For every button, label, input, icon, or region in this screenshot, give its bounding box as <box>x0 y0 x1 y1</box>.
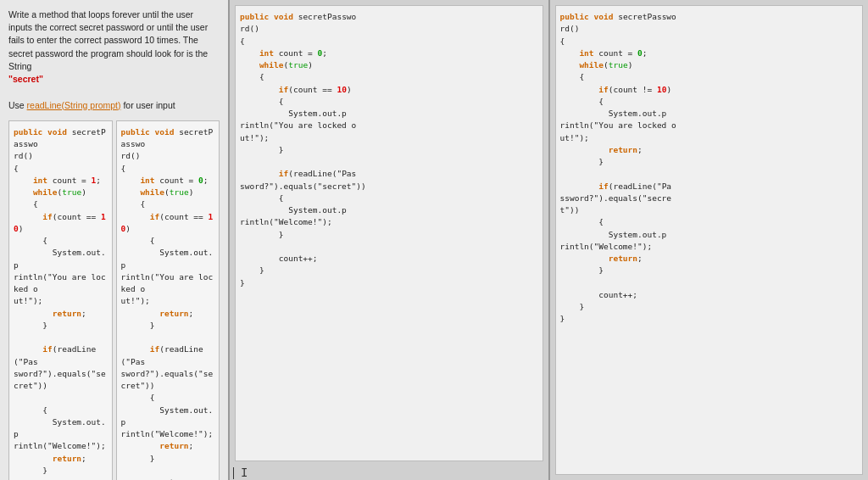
text-cursor <box>233 467 234 479</box>
code-card-4[interactable]: public void secretPasswo rd() { int coun… <box>555 5 864 475</box>
readline-note: Use readLine(String prompt) for user inp… <box>8 100 175 110</box>
instructions-text: Write a method that loops forever until … <box>8 8 220 112</box>
code-card-2-content: public void secretPasswo rd() { int coun… <box>121 126 215 480</box>
code-card-3[interactable]: public void secretPasswo rd() { int coun… <box>235 5 543 461</box>
code-card-1-content: public void secretPasswo rd() { int coun… <box>14 126 108 480</box>
right-section-2: public void secretPasswo rd() { int coun… <box>549 0 869 480</box>
right-panel: public void secretPasswo rd() { int coun… <box>229 0 868 480</box>
code-card-4-content: public void secretPasswo rd() { int coun… <box>560 11 859 326</box>
code-card-3-content: public void secretPasswo rd() { int coun… <box>240 11 538 289</box>
secret-word: "secret" <box>8 74 43 84</box>
cursor-icon: I <box>241 466 248 480</box>
cursor-area: I <box>230 466 548 480</box>
code-card-1[interactable]: public void secretPasswo rd() { int coun… <box>8 120 113 480</box>
code-cards-left: public void secretPasswo rd() { int coun… <box>8 120 220 480</box>
left-panel: Write a method that loops forever until … <box>0 0 229 480</box>
readline-highlight: readLine(String prompt) <box>27 100 121 110</box>
code-card-2[interactable]: public void secretPasswo rd() { int coun… <box>116 120 220 480</box>
right-section-1: public void secretPasswo rd() { int coun… <box>229 0 548 480</box>
instruction-paragraph: Write a method that loops forever until … <box>8 9 208 71</box>
